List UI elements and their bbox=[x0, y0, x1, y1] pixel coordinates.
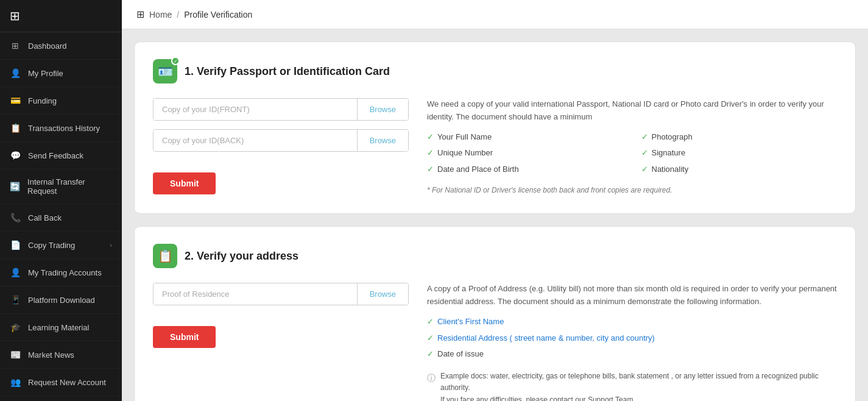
check-item-signature: ✓ Signature bbox=[641, 147, 838, 160]
sidebar-item-market-news[interactable]: 📰 Market News bbox=[0, 341, 122, 369]
check-item-photograph: ✓ Photograph bbox=[641, 131, 838, 144]
section2-example-box: ⓘ Example docs: water, electricity, gas … bbox=[427, 371, 837, 401]
id-back-input-row: Copy of your ID(BACK) Browse bbox=[153, 129, 409, 152]
sidebar-item-label: Learning Material bbox=[28, 323, 89, 332]
home-icon: ⊞ bbox=[136, 9, 144, 20]
content-area: 🪪 ✓ 1. Verify Passport or Identification… bbox=[122, 29, 868, 401]
check-label: Your Full Name bbox=[437, 131, 492, 144]
profile-icon: 👤 bbox=[10, 68, 21, 79]
sidebar-item-send-feedback[interactable]: 💬 Send Feedback bbox=[0, 142, 122, 169]
sidebar-item-funding[interactable]: 💳 Funding bbox=[0, 87, 122, 115]
sidebar-item-label: Copy Trading bbox=[28, 241, 75, 250]
sidebar-item-trading-accounts[interactable]: 👤 My Trading Accounts bbox=[0, 259, 122, 286]
check-label: Unique Number bbox=[437, 147, 493, 160]
transfer-icon: 🔄 bbox=[10, 181, 20, 192]
sidebar-item-label: Send Feedback bbox=[28, 151, 83, 160]
sidebar-item-learning-material[interactable]: 🎓 Learning Material bbox=[0, 314, 122, 341]
proof-residence-label: Proof of Residence bbox=[153, 283, 357, 305]
funding-icon: 💳 bbox=[10, 95, 21, 106]
id-card-icon: 🪪 ✓ bbox=[153, 59, 177, 83]
trading-accounts-icon: 👤 bbox=[10, 267, 21, 278]
id-front-browse-button[interactable]: Browse bbox=[357, 99, 408, 120]
check-label: Nationality bbox=[652, 163, 689, 176]
check-label: Photograph bbox=[652, 131, 693, 144]
check-item-fullname: ✓ Your Full Name bbox=[427, 131, 623, 144]
news-icon: 📰 bbox=[10, 349, 21, 360]
card-title-row: 🪪 ✓ 1. Verify Passport or Identification… bbox=[153, 59, 837, 83]
section2-description: A copy of a Proof of Address (e.g. Utili… bbox=[427, 283, 837, 308]
check-icon: ✓ bbox=[641, 131, 648, 144]
sidebar-item-my-profile[interactable]: 👤 My Profile bbox=[0, 60, 122, 87]
sidebar: ⊞ ⊞ Dashboard 👤 My Profile 💳 Funding 📋 T… bbox=[0, 0, 122, 401]
sidebar-item-dashboard[interactable]: ⊞ Dashboard bbox=[0, 32, 122, 60]
section1-note: * For National ID or Driver's license bo… bbox=[427, 185, 837, 196]
platform-icon: 📱 bbox=[10, 294, 21, 305]
section1-submit-button[interactable]: Submit bbox=[153, 172, 216, 194]
sidebar-item-label: Platform Download bbox=[28, 296, 95, 305]
sidebar-item-platform-download[interactable]: 📱 Platform Download bbox=[0, 286, 122, 314]
sidebar-item-request-new-account[interactable]: 👥 Request New Account bbox=[0, 369, 122, 396]
check-item-residential-address: ✓ Residential Address ( street name & nu… bbox=[427, 332, 837, 345]
request-icon: 👥 bbox=[10, 377, 21, 388]
breadcrumb-home[interactable]: Home bbox=[149, 10, 172, 20]
sidebar-item-internal-transfer[interactable]: 🔄 Internal Transfer Request bbox=[0, 169, 122, 204]
check-item-dob: ✓ Date and Place of Birth bbox=[427, 163, 623, 176]
section2-upload-fields: Proof of Residence Browse Submit bbox=[153, 283, 409, 401]
transactions-icon: 📋 bbox=[10, 122, 21, 133]
sidebar-logo: ⊞ bbox=[0, 0, 122, 32]
callback-icon: 📞 bbox=[10, 212, 21, 223]
verify-id-card: 🪪 ✓ 1. Verify Passport or Identification… bbox=[134, 41, 856, 214]
section2-upload-area: Proof of Residence Browse Submit A copy … bbox=[153, 283, 837, 401]
sidebar-item-label: Market News bbox=[28, 350, 74, 360]
proof-residence-input-row: Proof of Residence Browse bbox=[153, 283, 409, 305]
id-back-browse-button[interactable]: Browse bbox=[357, 130, 408, 151]
check-icon: ✓ bbox=[427, 316, 434, 328]
learning-icon: 🎓 bbox=[10, 322, 21, 333]
section2-title: 2. Verify your address bbox=[185, 250, 298, 263]
copytrading-icon: 📄 bbox=[10, 240, 21, 250]
sidebar-item-label: My Profile bbox=[28, 69, 63, 78]
check-icon: ✓ bbox=[641, 163, 648, 176]
proof-browse-button[interactable]: Browse bbox=[357, 283, 408, 305]
check-icon: ✓ bbox=[427, 332, 434, 345]
sidebar-item-label: Call Back bbox=[28, 213, 62, 222]
main-content: ⊞ Home / Profile Verification 🪪 ✓ 1. Ver… bbox=[122, 0, 868, 401]
section1-checklist: ✓ Your Full Name ✓ Photograph ✓ Unique N… bbox=[427, 131, 837, 176]
sidebar-item-label: My Trading Accounts bbox=[28, 268, 102, 277]
sidebar-item-label: Request New Account bbox=[28, 378, 106, 387]
dashboard-icon: ⊞ bbox=[10, 40, 21, 51]
section2-submit-button[interactable]: Submit bbox=[153, 326, 216, 348]
sidebar-item-copy-trading[interactable]: 📄 Copy Trading › bbox=[0, 232, 122, 259]
section1-title: 1. Verify Passport or Identification Car… bbox=[185, 65, 390, 78]
feedback-icon: 💬 bbox=[10, 150, 21, 161]
breadcrumb-current: Profile Verification bbox=[184, 10, 252, 20]
sidebar-item-live-chat[interactable]: 💬 Live Chat bbox=[0, 396, 122, 401]
check-item-unique-number: ✓ Unique Number bbox=[427, 147, 623, 160]
sidebar-item-label: Funding bbox=[28, 96, 57, 105]
sidebar-item-call-back[interactable]: 📞 Call Back bbox=[0, 204, 122, 232]
check-item-date-of-issue: ✓ Date of issue bbox=[427, 348, 837, 361]
sidebar-item-label: Transactions History bbox=[28, 124, 100, 133]
section2-checklist: ✓ Client's First Name ✓ Residential Addr… bbox=[427, 316, 837, 361]
chevron-right-icon: › bbox=[110, 241, 112, 249]
breadcrumb-separator: / bbox=[177, 10, 179, 20]
check-icon: ✓ bbox=[427, 131, 434, 144]
id-back-label: Copy of your ID(BACK) bbox=[153, 130, 357, 151]
breadcrumb: ⊞ Home / Profile Verification bbox=[122, 0, 868, 29]
card2-title-row: 📋 2. Verify your address bbox=[153, 244, 837, 268]
check-label: Signature bbox=[652, 147, 686, 160]
check-icon: ✓ bbox=[427, 147, 434, 160]
check-icon: ✓ bbox=[427, 163, 434, 176]
check-item-firstname: ✓ Client's First Name bbox=[427, 316, 837, 328]
section1-upload-area: Copy of your ID(FRONT) Browse Copy of yo… bbox=[153, 98, 837, 196]
check-icon: ✓ bbox=[641, 147, 648, 160]
check-label: Residential Address ( street name & numb… bbox=[437, 332, 655, 345]
sidebar-item-transactions-history[interactable]: 📋 Transactions History bbox=[0, 115, 122, 142]
check-label: Date of issue bbox=[437, 348, 484, 361]
section1-upload-fields: Copy of your ID(FRONT) Browse Copy of yo… bbox=[153, 98, 409, 196]
check-item-nationality: ✓ Nationality bbox=[641, 163, 838, 176]
section2-example-text: Example docs: water, electricity, gas or… bbox=[440, 371, 837, 401]
section1-info: We need a copy of your valid internation… bbox=[427, 98, 837, 196]
check-label: Client's First Name bbox=[437, 316, 504, 328]
address-card-icon: 📋 bbox=[153, 244, 177, 268]
